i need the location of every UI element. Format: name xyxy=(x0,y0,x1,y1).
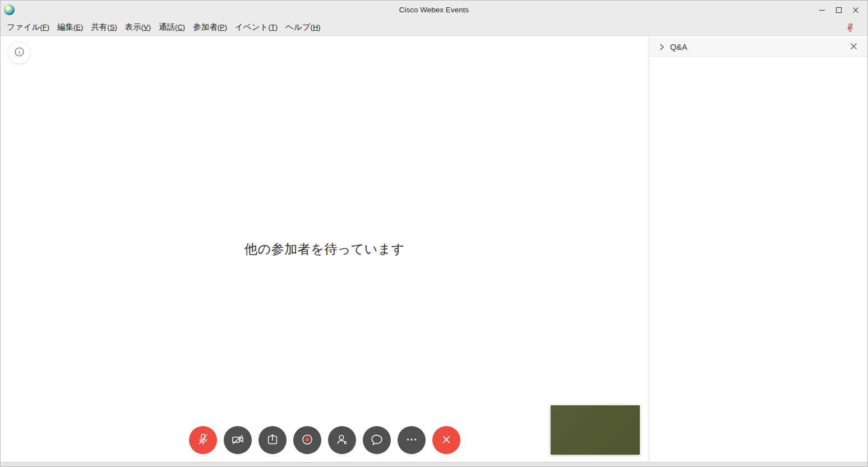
menu-item-label: 共有 xyxy=(91,22,107,31)
chevron-right-icon xyxy=(658,43,665,51)
access-key: P xyxy=(218,23,227,31)
close-x-icon xyxy=(439,432,454,448)
chat-icon xyxy=(370,432,384,448)
window-bottom-frame xyxy=(1,462,867,466)
close-icon xyxy=(852,7,859,13)
access-key: T xyxy=(268,23,278,31)
participants-button[interactable] xyxy=(328,426,356,454)
record-icon xyxy=(300,432,315,448)
qa-panel: Q&A xyxy=(649,36,867,462)
menu-item-label: 表示 xyxy=(125,22,141,31)
maximize-icon xyxy=(835,7,842,13)
record-button[interactable] xyxy=(293,426,321,454)
menu-item-label: 編集 xyxy=(57,22,73,31)
menu-item-label: ファイル xyxy=(7,22,40,31)
qa-close-button[interactable] xyxy=(847,38,860,57)
meeting-info-button[interactable] xyxy=(8,41,30,64)
access-key: F xyxy=(40,23,49,31)
chat-button[interactable] xyxy=(363,426,391,454)
qa-panel-body xyxy=(649,57,867,462)
access-key: C xyxy=(175,23,185,31)
menu-item-share[interactable]: 共有S xyxy=(87,19,121,36)
qa-panel-header[interactable]: Q&A xyxy=(649,38,867,57)
info-icon xyxy=(15,47,24,58)
menu-item-help[interactable]: ヘルプH xyxy=(281,19,325,36)
window-title: Cisco Webex Events xyxy=(1,1,867,19)
window-controls xyxy=(814,1,864,19)
menu-item-label: 通話 xyxy=(159,22,175,31)
camera-button[interactable] xyxy=(224,426,252,454)
share-icon xyxy=(265,432,280,448)
menu-item-label: ヘルプ xyxy=(285,22,311,31)
minimize-button[interactable] xyxy=(814,1,830,19)
menu-item-label: 参加者 xyxy=(193,22,218,31)
share-content-button[interactable] xyxy=(258,426,287,454)
mute-button[interactable] xyxy=(189,426,217,454)
access-key: E xyxy=(73,23,83,31)
menu-item-label: イベント xyxy=(235,22,268,31)
close-icon xyxy=(850,43,857,52)
more-options-button[interactable] xyxy=(398,426,426,454)
webex-window: Cisco Webex Events ファイルF 編集E 共有S 表示V 通話C… xyxy=(0,0,868,467)
access-key: S xyxy=(107,23,117,31)
more-icon xyxy=(404,432,419,448)
maximize-button[interactable] xyxy=(830,1,847,19)
camera-off-icon xyxy=(230,432,245,448)
waiting-message: 他の参加者を待っています xyxy=(244,241,405,258)
close-button[interactable] xyxy=(847,1,864,19)
leave-event-button[interactable] xyxy=(432,426,460,454)
menu-item-view[interactable]: 表示V xyxy=(121,19,155,36)
menu-item-call[interactable]: 通話C xyxy=(155,19,189,36)
qa-panel-title: Q&A xyxy=(670,43,687,52)
minimize-icon xyxy=(819,7,825,13)
meeting-stage: 他の参加者を待っています xyxy=(1,36,649,462)
menu-item-edit[interactable]: 編集E xyxy=(53,19,87,36)
content-area: 他の参加者を待っています xyxy=(1,36,867,462)
menu-bar: ファイルF 編集E 共有S 表示V 通話C 参加者P イベントT ヘルプH xyxy=(1,19,867,36)
menu-item-participant[interactable]: 参加者P xyxy=(189,19,231,36)
title-bar: Cisco Webex Events xyxy=(1,1,867,19)
self-video-thumbnail[interactable] xyxy=(551,405,640,455)
menu-item-file[interactable]: ファイルF xyxy=(3,19,53,36)
menu-item-event[interactable]: イベントT xyxy=(231,19,281,36)
mic-muted-icon xyxy=(196,432,210,448)
access-key: H xyxy=(311,23,321,31)
access-key: V xyxy=(141,23,151,31)
participants-icon xyxy=(335,432,349,448)
muted-mic-indicator-icon xyxy=(845,22,855,33)
